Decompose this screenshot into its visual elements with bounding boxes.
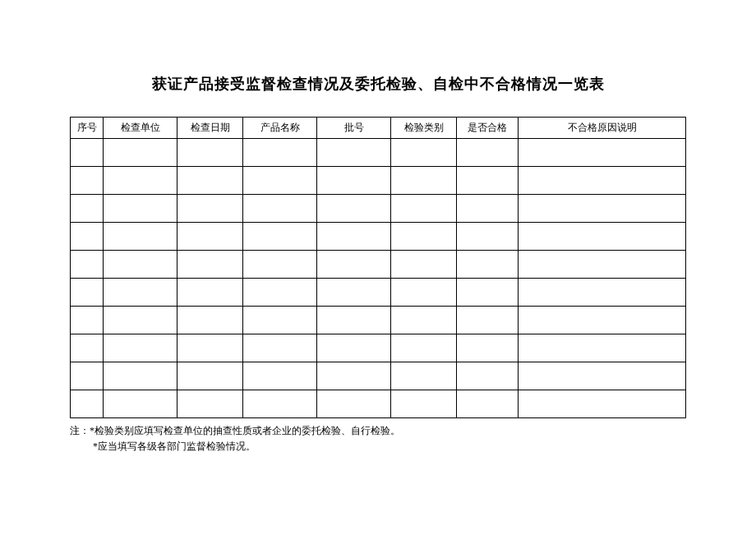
note-prefix: 注： xyxy=(70,425,90,436)
cell-product xyxy=(243,334,317,362)
cell-batch xyxy=(317,167,391,195)
table-row xyxy=(71,334,686,362)
table-row xyxy=(71,251,686,279)
cell-category xyxy=(391,167,457,195)
cell-seq xyxy=(71,390,104,418)
cell-pass xyxy=(457,167,519,195)
cell-seq xyxy=(71,362,104,390)
cell-batch xyxy=(317,334,391,362)
cell-unit xyxy=(104,139,177,167)
note-text-1: *检验类别应填写检查单位的抽查性质或者企业的委托检验、自行检验。 xyxy=(90,425,400,436)
cell-batch xyxy=(317,390,391,418)
cell-pass xyxy=(457,279,519,307)
page-title: 获证产品接受监督检查情况及委托检验、自检中不合格情况一览表 xyxy=(70,74,686,94)
cell-product xyxy=(243,307,317,334)
cell-category xyxy=(391,251,457,279)
note-line-1: 注：*检验类别应填写检查单位的抽查性质或者企业的委托检验、自行检验。 xyxy=(70,423,686,439)
cell-pass xyxy=(457,362,519,390)
table-row xyxy=(71,195,686,223)
header-seq: 序号 xyxy=(71,118,104,139)
header-unit: 检查单位 xyxy=(104,118,177,139)
cell-reason xyxy=(519,390,686,418)
cell-product xyxy=(243,139,317,167)
cell-seq xyxy=(71,307,104,334)
table-row xyxy=(71,362,686,390)
table-row xyxy=(71,279,686,307)
header-batch: 批号 xyxy=(317,118,391,139)
cell-batch xyxy=(317,139,391,167)
cell-date xyxy=(177,139,243,167)
table-row xyxy=(71,390,686,418)
cell-unit xyxy=(104,362,177,390)
cell-seq xyxy=(71,251,104,279)
cell-reason xyxy=(519,167,686,195)
cell-date xyxy=(177,195,243,223)
cell-product xyxy=(243,390,317,418)
header-date: 检查日期 xyxy=(177,118,243,139)
cell-pass xyxy=(457,334,519,362)
table-row xyxy=(71,167,686,195)
cell-batch xyxy=(317,307,391,334)
cell-pass xyxy=(457,390,519,418)
cell-unit xyxy=(104,195,177,223)
cell-reason xyxy=(519,195,686,223)
cell-product xyxy=(243,223,317,251)
table-row xyxy=(71,223,686,251)
header-category: 检验类别 xyxy=(391,118,457,139)
cell-unit xyxy=(104,334,177,362)
cell-seq xyxy=(71,223,104,251)
cell-unit xyxy=(104,251,177,279)
table-row xyxy=(71,307,686,334)
cell-reason xyxy=(519,334,686,362)
cell-pass xyxy=(457,251,519,279)
cell-category xyxy=(391,362,457,390)
cell-unit xyxy=(104,279,177,307)
cell-pass xyxy=(457,195,519,223)
cell-seq xyxy=(71,167,104,195)
table-header-row: 序号 检查单位 检查日期 产品名称 批号 检验类别 是否合格 不合格原因说明 xyxy=(71,118,686,139)
cell-date xyxy=(177,279,243,307)
cell-date xyxy=(177,251,243,279)
cell-pass xyxy=(457,307,519,334)
cell-product xyxy=(243,167,317,195)
cell-seq xyxy=(71,279,104,307)
cell-reason xyxy=(519,223,686,251)
cell-unit xyxy=(104,167,177,195)
cell-category xyxy=(391,279,457,307)
cell-batch xyxy=(317,223,391,251)
cell-unit xyxy=(104,223,177,251)
cell-batch xyxy=(317,279,391,307)
cell-category xyxy=(391,390,457,418)
cell-reason xyxy=(519,307,686,334)
footer-notes: 注：*检验类别应填写检查单位的抽查性质或者企业的委托检验、自行检验。 *应当填写… xyxy=(70,423,686,454)
cell-seq xyxy=(71,139,104,167)
cell-product xyxy=(243,195,317,223)
cell-seq xyxy=(71,334,104,362)
cell-batch xyxy=(317,195,391,223)
header-product: 产品名称 xyxy=(243,118,317,139)
cell-reason xyxy=(519,362,686,390)
cell-category xyxy=(391,195,457,223)
cell-date xyxy=(177,167,243,195)
cell-seq xyxy=(71,195,104,223)
cell-reason xyxy=(519,139,686,167)
cell-category xyxy=(391,139,457,167)
cell-product xyxy=(243,362,317,390)
cell-batch xyxy=(317,251,391,279)
cell-category xyxy=(391,223,457,251)
cell-category xyxy=(391,307,457,334)
header-pass: 是否合格 xyxy=(457,118,519,139)
cell-pass xyxy=(457,223,519,251)
cell-product xyxy=(243,279,317,307)
table-row xyxy=(71,139,686,167)
cell-batch xyxy=(317,362,391,390)
cell-date xyxy=(177,362,243,390)
cell-unit xyxy=(104,390,177,418)
inspection-table: 序号 检查单位 检查日期 产品名称 批号 检验类别 是否合格 不合格原因说明 xyxy=(70,117,686,418)
cell-category xyxy=(391,334,457,362)
note-line-2: *应当填写各级各部门监督检验情况。 xyxy=(70,439,686,454)
cell-reason xyxy=(519,279,686,307)
cell-reason xyxy=(519,251,686,279)
header-reason: 不合格原因说明 xyxy=(519,118,686,139)
cell-date xyxy=(177,390,243,418)
